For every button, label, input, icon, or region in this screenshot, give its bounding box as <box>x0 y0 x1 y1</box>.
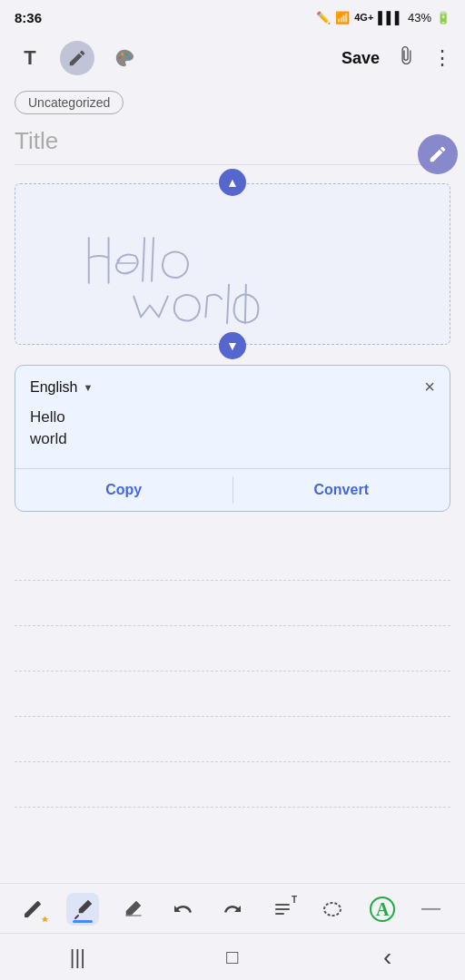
text-insert-icon <box>272 898 293 920</box>
pen-tool-button[interactable]: ★ <box>16 893 49 926</box>
language-dropdown-arrow: ▼ <box>83 382 93 393</box>
attach-button[interactable] <box>396 45 416 71</box>
battery-label: 43% <box>408 11 431 24</box>
palette-icon <box>114 48 134 68</box>
lasso-icon <box>322 898 343 920</box>
recognized-text-content: Helloworld <box>30 408 67 447</box>
highlighter-icon <box>72 898 94 920</box>
language-selector[interactable]: English ▼ <box>30 379 93 396</box>
bottom-toolbar: ★ T <box>0 883 465 933</box>
more-options-button[interactable]: ⋮ <box>432 46 452 70</box>
spellcheck-button[interactable]: A <box>366 893 399 926</box>
main-toolbar: T Save ⋮ <box>0 33 465 83</box>
spellcheck-icon: A <box>370 897 395 922</box>
svg-point-3 <box>128 56 131 59</box>
nav-menu-button[interactable]: ||| <box>50 939 104 975</box>
svg-rect-4 <box>275 904 290 906</box>
handwriting-svg <box>15 184 450 344</box>
text-insert-button[interactable]: T <box>266 893 299 926</box>
category-tag[interactable]: Uncategorized <box>15 91 124 114</box>
wifi-icon: 📶 <box>335 11 350 24</box>
redo-icon <box>222 898 243 920</box>
svg-rect-5 <box>275 908 290 910</box>
pen-tool-button[interactable] <box>60 41 94 75</box>
handwriting-collapse-up-button[interactable]: ▲ <box>219 169 246 196</box>
paper-area <box>0 535 465 808</box>
paper-line <box>15 717 450 762</box>
note-title[interactable]: Title <box>15 127 450 165</box>
text-tool-button[interactable]: T <box>13 41 47 75</box>
svg-point-7 <box>324 903 341 916</box>
svg-point-0 <box>119 56 122 59</box>
star-badge: ★ <box>41 915 48 924</box>
paperclip-icon <box>396 45 416 65</box>
nav-back-button[interactable]: ‹ <box>361 939 415 975</box>
status-bar: 8:36 ✏️ 📶 4G+ ▌▌▌ 43% 🔋 <box>0 0 465 33</box>
save-button[interactable]: Save <box>341 49 380 68</box>
toolbar-left: T <box>13 41 142 75</box>
paper-line <box>15 671 450 717</box>
nav-home-button[interactable]: □ <box>205 939 260 975</box>
status-time: 8:36 <box>15 10 42 25</box>
copy-button[interactable]: Copy <box>15 469 232 511</box>
paper-line <box>15 581 450 626</box>
svg-point-1 <box>121 54 124 56</box>
category-bar: Uncategorized <box>0 83 465 122</box>
navigation-bar: ||| □ ‹ <box>0 933 465 980</box>
svg-rect-6 <box>275 913 284 915</box>
paper-line <box>15 535 450 581</box>
eraser-tool-button[interactable] <box>116 893 149 926</box>
chevron-up-icon: ▲ <box>226 175 239 190</box>
convert-button[interactable]: Convert <box>233 469 450 511</box>
toolbar-right: Save ⋮ <box>341 45 452 71</box>
handwriting-expand-down-button[interactable]: ▼ <box>219 332 246 359</box>
language-label: English <box>30 379 77 396</box>
recognition-panel: English ▼ × Helloworld Copy Convert <box>15 365 450 512</box>
paper-line <box>15 762 450 808</box>
highlighter-color-bar <box>73 920 93 923</box>
recognition-actions: Copy Convert <box>15 468 450 511</box>
undo-icon <box>172 898 193 920</box>
eraser-icon <box>122 898 143 920</box>
handwriting-wrapper: ▲ <box>15 183 450 345</box>
battery-icon: 🔋 <box>436 11 450 24</box>
recognition-close-button[interactable]: × <box>424 377 435 397</box>
lasso-select-button[interactable] <box>316 893 349 926</box>
title-area: Title <box>0 122 465 174</box>
more-tools-button[interactable]: | <box>416 893 449 926</box>
edit-status-icon: ✏️ <box>316 11 331 24</box>
more-tools-icon: | <box>422 906 442 912</box>
highlighter-tool-button[interactable] <box>66 893 99 926</box>
signal-icon: ▌▌▌ <box>378 11 403 24</box>
4g-icon: 4G+ <box>354 12 373 23</box>
fab-edit-button[interactable] <box>418 134 458 174</box>
text-T-label: T <box>292 895 297 905</box>
redo-button[interactable] <box>216 893 249 926</box>
pen-tool-icon <box>67 48 87 68</box>
palette-tool-button[interactable] <box>107 41 142 75</box>
undo-button[interactable] <box>166 893 199 926</box>
chevron-down-icon: ▼ <box>226 338 239 353</box>
recognized-text: Helloworld <box>15 403 450 468</box>
recognition-header: English ▼ × <box>15 366 450 403</box>
handwriting-canvas[interactable] <box>15 183 450 345</box>
fab-edit-icon <box>428 144 448 164</box>
svg-point-2 <box>125 54 128 56</box>
status-icons: ✏️ 📶 4G+ ▌▌▌ 43% 🔋 <box>316 11 450 24</box>
paper-line <box>15 626 450 671</box>
